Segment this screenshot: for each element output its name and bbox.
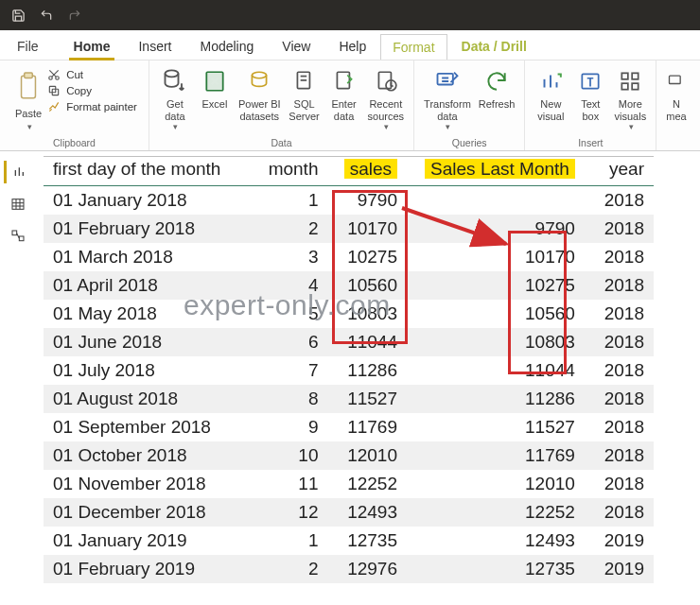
new-measure-button[interactable]: N mea xyxy=(662,64,690,124)
col-sales-last-month[interactable]: Sales Last Month xyxy=(407,157,585,186)
cell-date: 01 February 2019 xyxy=(44,555,255,583)
transform-icon xyxy=(434,66,461,96)
table-row[interactable]: 01 November 20181112252120102018 xyxy=(44,470,654,498)
cell-sales: 10560 xyxy=(327,271,407,300)
cell-last: 9790 xyxy=(407,215,585,243)
text-box-button[interactable]: Text box xyxy=(570,64,610,124)
data-table-wrap: first day of the month month sales Sales… xyxy=(44,156,700,583)
tab-format[interactable]: Format xyxy=(380,34,446,60)
cell-year: 2018 xyxy=(585,243,654,271)
get-data-button[interactable]: Get data xyxy=(155,64,195,134)
data-table[interactable]: first day of the month month sales Sales… xyxy=(44,156,654,583)
cell-date: 01 January 2019 xyxy=(44,527,255,555)
cell-year: 2018 xyxy=(585,271,654,300)
refresh-button[interactable]: Refresh xyxy=(475,64,519,112)
new-visual-button[interactable]: New visual xyxy=(531,64,570,124)
copy-button[interactable]: Copy xyxy=(47,84,137,97)
cell-sales: 12252 xyxy=(327,470,407,498)
excel-icon xyxy=(202,66,227,96)
tab-data-drill[interactable]: Data / Drill xyxy=(447,33,541,60)
data-view-button[interactable] xyxy=(5,193,31,216)
tab-insert[interactable]: Insert xyxy=(124,33,185,60)
enter-data-button[interactable]: Enter data xyxy=(324,64,364,124)
cell-sales: 12010 xyxy=(327,441,407,470)
col-sales[interactable]: sales xyxy=(327,157,407,186)
cell-month: 6 xyxy=(255,328,327,356)
cell-date: 01 April 2018 xyxy=(44,271,255,300)
cell-last: 11044 xyxy=(407,356,585,385)
col-first-day[interactable]: first day of the month xyxy=(44,157,255,186)
svg-rect-27 xyxy=(670,76,681,83)
cell-month: 3 xyxy=(255,243,327,271)
model-view-button[interactable] xyxy=(5,225,31,248)
table-row[interactable]: 01 August 2018811527112862018 xyxy=(44,385,654,413)
more-visuals-button[interactable]: More visuals xyxy=(610,64,650,134)
svg-rect-36 xyxy=(12,231,17,235)
group-data: Get data Excel Power BI datasets SQL Ser… xyxy=(149,60,414,150)
cell-date: 01 September 2018 xyxy=(44,413,255,441)
undo-icon[interactable] xyxy=(39,9,54,22)
table-row[interactable]: 01 February 201821017097902018 xyxy=(44,215,654,243)
cell-last: 12252 xyxy=(407,498,585,527)
cell-date: 01 November 2018 xyxy=(44,470,255,498)
cell-month: 1 xyxy=(255,527,327,555)
recent-sources-button[interactable]: Recent sources xyxy=(364,64,409,134)
sql-server-button[interactable]: SQL Server xyxy=(285,64,324,124)
table-row[interactable]: 01 February 2019212976127352019 xyxy=(44,555,654,583)
save-icon[interactable] xyxy=(11,9,26,23)
recent-icon xyxy=(374,66,398,96)
table-row[interactable]: 01 June 2018611044108032018 xyxy=(44,328,654,356)
cell-last: 11527 xyxy=(407,413,585,441)
svg-rect-10 xyxy=(206,72,222,91)
col-year[interactable]: year xyxy=(585,157,654,186)
chevron-down-icon xyxy=(26,120,32,132)
refresh-icon xyxy=(484,66,509,96)
cell-sales: 10170 xyxy=(327,215,407,243)
paste-button[interactable]: Paste xyxy=(6,64,45,131)
chart-icon xyxy=(538,66,563,96)
cell-month: 8 xyxy=(255,385,327,413)
table-row[interactable]: 01 January 2019112735124932019 xyxy=(44,527,654,555)
col-month[interactable]: month xyxy=(255,157,327,186)
tab-file[interactable]: File xyxy=(15,33,60,60)
ribbon: Paste Cut Copy Format painter Clipboard xyxy=(0,60,700,151)
table-row[interactable]: 01 October 20181012010117692018 xyxy=(44,441,654,470)
cell-sales: 9790 xyxy=(327,186,407,216)
cell-month: 1 xyxy=(255,186,327,216)
cell-sales: 12493 xyxy=(327,498,407,527)
table-row[interactable]: 01 July 2018711286110442018 xyxy=(44,356,654,385)
cell-sales: 10803 xyxy=(327,300,407,328)
transform-data-button[interactable]: Transform data xyxy=(420,64,475,134)
tab-help[interactable]: Help xyxy=(324,33,380,60)
cell-last xyxy=(407,186,585,216)
cut-button[interactable]: Cut xyxy=(47,68,137,81)
tab-modeling[interactable]: Modeling xyxy=(185,33,268,60)
format-painter-button[interactable]: Format painter xyxy=(47,100,137,113)
textbox-icon xyxy=(578,66,603,96)
table-row[interactable]: 01 January 2018197902018 xyxy=(44,186,654,216)
svg-rect-1 xyxy=(25,73,33,78)
cell-year: 2019 xyxy=(585,555,654,583)
pbi-datasets-button[interactable]: Power BI datasets xyxy=(235,64,285,124)
cell-date: 01 January 2018 xyxy=(44,186,255,216)
cell-month: 11 xyxy=(255,470,327,498)
table-row[interactable]: 01 December 20181212493122522018 xyxy=(44,498,654,527)
report-view-button[interactable] xyxy=(4,161,33,183)
group-truncated: N mea xyxy=(656,60,695,150)
table-row[interactable]: 01 April 2018410560102752018 xyxy=(44,271,654,300)
group-clipboard-label: Clipboard xyxy=(53,135,96,150)
cell-year: 2018 xyxy=(585,470,654,498)
redo-icon[interactable] xyxy=(67,9,82,22)
table-row[interactable]: 01 March 2018310275101702018 xyxy=(44,243,654,271)
tab-view[interactable]: View xyxy=(268,33,324,60)
excel-button[interactable]: Excel xyxy=(195,64,235,112)
table-row[interactable]: 01 May 2018510803105602018 xyxy=(44,300,654,328)
group-queries: Transform data Refresh Queries xyxy=(414,60,525,150)
tab-home[interactable]: Home xyxy=(60,33,125,60)
cell-sales: 12735 xyxy=(327,527,407,555)
table-row[interactable]: 01 September 2018911769115272018 xyxy=(44,413,654,441)
cell-last: 11769 xyxy=(407,441,585,470)
database-arrow-icon xyxy=(162,66,188,96)
group-insert-label: Insert xyxy=(578,135,603,150)
cell-last: 11286 xyxy=(407,385,585,413)
